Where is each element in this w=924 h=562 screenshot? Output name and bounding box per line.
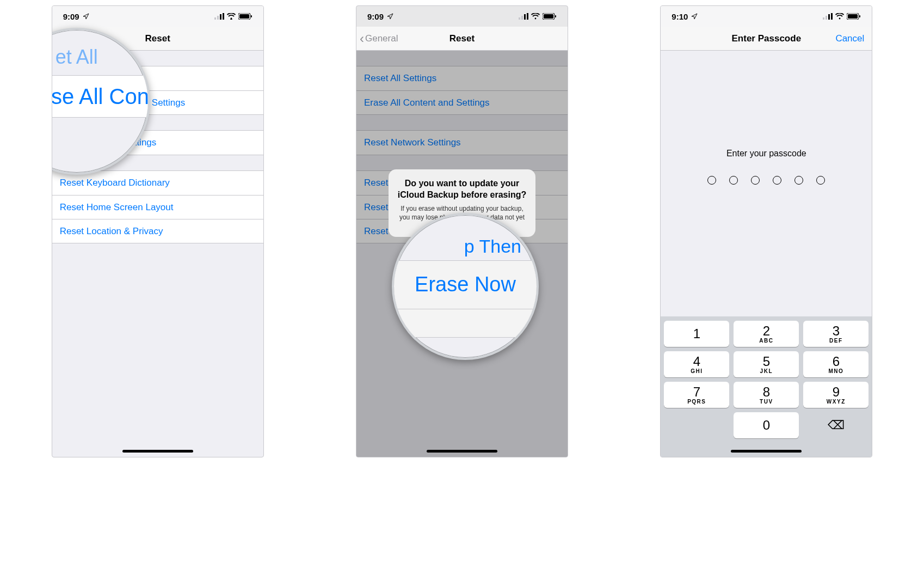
reset-location-row[interactable]: Reset Location & Privacy [52,219,263,243]
keypad-digit: 2 [763,325,770,338]
signal-icon [214,12,224,21]
status-time: 9:09 [63,12,79,21]
svg-rect-16 [823,17,824,20]
status-time: 9:09 [367,12,384,21]
keypad-key-0[interactable]: 0 [734,412,799,438]
keypad-digit: 8 [763,386,770,399]
svg-rect-0 [214,17,216,20]
keypad-digit: 4 [693,355,700,368]
keypad-digit: 6 [833,355,840,368]
screenshot-reset-list: 9:09 Reset Reset All Settings Erase All … [52,5,264,457]
svg-rect-7 [251,15,252,17]
keypad-letters: TUV [760,399,773,405]
svg-rect-23 [859,15,860,17]
battery-icon [543,12,557,21]
magnifier-callout: p Then Erase Now [392,213,539,360]
svg-rect-1 [217,16,219,20]
location-icon [691,12,698,21]
svg-rect-2 [220,14,221,20]
signal-icon [823,12,833,21]
keypad-letters: JKL [760,368,773,374]
nav-title: Enter Passcode [732,33,802,44]
keypad-key-9[interactable]: 9WXYZ [803,382,868,408]
nav-bar: ‹ General Reset [356,27,568,51]
wifi-icon [227,12,236,21]
nav-back-label: General [365,33,398,44]
svg-rect-3 [223,13,224,20]
svg-point-12 [535,17,537,19]
wifi-icon [835,12,844,21]
keypad-letters: MNO [828,368,843,374]
erase-now-button[interactable]: Erase Now [415,273,516,296]
battery-icon [238,12,252,21]
svg-rect-14 [544,14,553,19]
svg-rect-19 [831,13,833,20]
keypad-digit: 1 [693,327,700,340]
screenshot-enter-passcode: 9:10 Enter Passcode Cancel Enter your pa… [660,5,872,457]
passcode-dot [707,176,716,185]
keypad-letters: GHI [691,368,703,374]
passcode-dot [773,176,781,185]
nav-back-button[interactable]: ‹ General [360,27,398,50]
passcode-dot [729,176,738,185]
keypad-digit: 9 [833,386,840,399]
screenshot-erase-alert: 9:09 ‹ General Reset Reset All Settings … [356,5,568,457]
svg-point-4 [230,17,232,19]
svg-rect-17 [826,16,827,20]
nav-bar: Enter Passcode Cancel [661,27,872,51]
home-indicator[interactable] [731,450,802,453]
status-bar: 9:09 [356,6,568,27]
keypad-digit: 0 [763,419,770,432]
chevron-left-icon: ‹ [360,32,364,45]
numeric-keypad: 12ABC3DEF4GHI5JKL6MNO7PQRS8TUV9WXYZ0⌫ [661,316,872,457]
passcode-dot [751,176,760,185]
reset-homescreen-row[interactable]: Reset Home Screen Layout [52,195,263,219]
svg-point-20 [839,17,841,19]
svg-rect-11 [527,13,528,20]
keypad-backspace[interactable]: ⌫ [803,412,868,438]
status-bar: 9:10 [661,6,872,27]
magnifier-highlight: Erase All Con [52,84,149,109]
keypad-key-7[interactable]: 7PQRS [664,382,729,408]
magnifier-fragment: p Then [394,236,537,257]
status-bar: 9:09 [52,6,263,27]
svg-rect-10 [524,14,526,20]
keypad-digit: 7 [693,386,700,399]
svg-rect-15 [555,15,556,17]
passcode-dot [816,176,825,185]
keypad-key-6[interactable]: 6MNO [803,351,868,377]
location-icon [83,12,89,21]
keypad-spacer [664,412,729,438]
passcode-prompt: Enter your passcode [661,149,872,158]
keypad-digit: 3 [833,325,840,338]
home-indicator[interactable] [122,450,193,453]
cancel-button[interactable]: Cancel [835,27,864,50]
keypad-key-2[interactable]: 2ABC [734,321,799,347]
svg-rect-22 [848,14,858,19]
nav-title: Reset [145,33,170,44]
battery-icon [847,12,861,21]
alert-title: Do you want to update your iCloud Backup… [396,178,528,201]
svg-rect-6 [239,14,249,19]
keypad-key-4[interactable]: 4GHI [664,351,729,377]
location-icon [387,12,393,21]
wifi-icon [531,12,540,21]
reset-keyboard-row[interactable]: Reset Keyboard Dictionary [52,171,263,195]
svg-rect-18 [828,14,830,20]
keypad-key-3[interactable]: 3DEF [803,321,868,347]
keypad-key-8[interactable]: 8TUV [734,382,799,408]
passcode-dots [661,176,872,185]
keypad-key-5[interactable]: 5JKL [734,351,799,377]
svg-rect-8 [519,17,520,20]
reset-group-3: Reset Keyboard Dictionary Reset Home Scr… [52,170,263,243]
signal-icon [519,12,528,21]
keypad-letters: ABC [759,338,773,344]
keypad-letters: WXYZ [827,399,846,405]
keypad-key-1[interactable]: 1 [664,321,729,347]
keypad-digit: 5 [763,355,770,368]
nav-title: Reset [449,33,475,44]
keypad-letters: DEF [829,338,843,344]
passcode-dot [794,176,803,185]
status-time: 9:10 [672,12,688,21]
keypad-letters: PQRS [687,399,706,405]
